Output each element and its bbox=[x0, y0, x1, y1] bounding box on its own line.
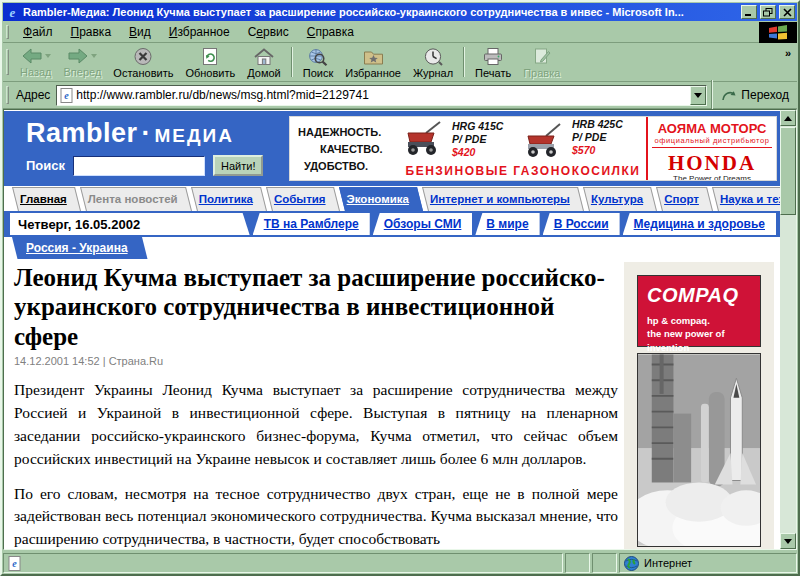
minimize-button[interactable] bbox=[741, 5, 757, 19]
print-button[interactable]: Печать bbox=[469, 44, 517, 81]
status-zone-pane: Интернет bbox=[619, 553, 797, 573]
article-date: 14.12.2001 14:52 bbox=[14, 355, 100, 367]
tab-lenta-novostey[interactable]: Лента новостей bbox=[80, 187, 186, 211]
tab-kultura[interactable]: Культура bbox=[583, 187, 651, 211]
site-search: Поиск Найти! bbox=[26, 155, 263, 176]
ie-logo-icon: e bbox=[5, 6, 20, 19]
rambler-masthead: Rambler·МЕДИА Поиск Найти! НАДЕЖНОСТЬ. К… bbox=[4, 111, 780, 186]
toolbar-grip[interactable] bbox=[6, 49, 9, 76]
honda-banner-ad[interactable]: НАДЕЖНОСТЬ. КАЧЕСТВО. УДОБСТВО. HRG 415C… bbox=[289, 116, 777, 181]
tab-v-rossii[interactable]: В России bbox=[543, 213, 620, 235]
favorites-button[interactable]: Избранное bbox=[339, 44, 407, 81]
history-button[interactable]: Журнал bbox=[407, 44, 459, 81]
lawnmower-icon bbox=[398, 119, 450, 157]
windows-flag-throbber bbox=[759, 22, 797, 43]
close-icon bbox=[783, 8, 792, 17]
globe-icon bbox=[624, 556, 639, 571]
address-label: Адрес bbox=[16, 88, 50, 102]
compaq-ad[interactable]: COMPAQ hp & compaq. the new power of inv… bbox=[624, 262, 774, 549]
back-icon bbox=[21, 47, 43, 65]
security-zone-label: Интернет bbox=[644, 557, 692, 569]
status-pane-main: e bbox=[3, 553, 563, 573]
toolbar-separator bbox=[463, 47, 465, 77]
search-label: Поиск bbox=[26, 158, 65, 173]
scroll-up-button[interactable] bbox=[780, 110, 796, 126]
sub-nav-bar: Четверг, 16.05.2002 ТВ на Рамблере Обзор… bbox=[4, 211, 780, 237]
back-button[interactable]: Назад bbox=[14, 44, 58, 81]
toolbar-separator bbox=[291, 47, 293, 77]
address-dropdown-button[interactable] bbox=[690, 86, 706, 105]
page-ie-icon: e bbox=[8, 556, 22, 571]
back-dropdown-icon[interactable] bbox=[45, 54, 51, 58]
chevron-up-icon bbox=[784, 116, 792, 121]
restore-button[interactable] bbox=[760, 5, 776, 19]
menu-help[interactable]: Справка bbox=[298, 23, 363, 41]
address-bar: Адрес e Переход bbox=[3, 82, 797, 109]
home-button[interactable]: Домой bbox=[241, 44, 287, 81]
home-icon bbox=[253, 47, 275, 66]
edit-button[interactable]: Правка bbox=[517, 44, 566, 81]
tab-rossiya-ukraina[interactable]: Россия - Украина bbox=[12, 237, 142, 259]
scrollbar-thumb[interactable] bbox=[780, 127, 796, 215]
chevron-down-icon bbox=[784, 539, 792, 544]
search-button[interactable]: Поиск bbox=[297, 44, 339, 81]
address-field[interactable]: e bbox=[56, 85, 707, 106]
rambler-logo[interactable]: Rambler·МЕДИА bbox=[26, 118, 234, 149]
menu-edit[interactable]: Правка bbox=[62, 23, 121, 41]
lawnmower-icon bbox=[516, 121, 568, 159]
find-button[interactable]: Найти! bbox=[213, 155, 263, 176]
web-page: Rambler·МЕДИА Поиск Найти! НАДЕЖНОСТЬ. К… bbox=[4, 110, 780, 549]
stop-button[interactable]: Остановить bbox=[107, 44, 179, 81]
addressbar-grip[interactable] bbox=[6, 86, 9, 104]
close-button[interactable] bbox=[779, 5, 795, 19]
forward-icon bbox=[67, 47, 89, 65]
menu-file[interactable]: Файл bbox=[14, 23, 62, 41]
address-input[interactable] bbox=[74, 87, 690, 104]
vertical-scrollbar[interactable] bbox=[780, 110, 796, 549]
history-icon bbox=[423, 47, 443, 66]
tab-internet-i-kompyutery[interactable]: Интернет и компьютеры bbox=[422, 187, 578, 211]
title-bar[interactable]: e Rambler-Медиа: Леонид Кучма выступает … bbox=[3, 3, 797, 21]
tab-obzory-smi[interactable]: Обзоры СМИ bbox=[373, 213, 473, 235]
article: Леонид Кучма выступает за расширение рос… bbox=[14, 263, 618, 549]
compaq-logo-block: COMPAQ hp & compaq. the new power of inv… bbox=[637, 275, 761, 347]
article-paragraph: Президент Украины Леонид Кучма выступает… bbox=[14, 379, 618, 471]
forward-dropdown-icon[interactable] bbox=[91, 54, 97, 58]
tab-glavnaya[interactable]: Главная bbox=[12, 187, 75, 211]
menu-favorites[interactable]: Избранное bbox=[160, 23, 239, 41]
tab-meditsina-i-zdorovye[interactable]: Медицина и здоровье bbox=[623, 213, 776, 235]
refresh-icon bbox=[201, 47, 219, 66]
tab-politika[interactable]: Политика bbox=[191, 187, 261, 211]
tab-tv-na-ramblere[interactable]: ТВ на Рамблере bbox=[253, 213, 370, 235]
browser-window: e Rambler-Медиа: Леонид Кучма выступает … bbox=[0, 0, 800, 576]
scroll-down-button[interactable] bbox=[780, 533, 796, 549]
tab-ekonomika[interactable]: Экономика bbox=[339, 187, 417, 211]
article-title: Леонид Кучма выступает за расширение рос… bbox=[14, 263, 618, 351]
forward-button[interactable]: Вперед bbox=[58, 44, 108, 81]
tab-sport[interactable]: Спорт bbox=[656, 187, 707, 211]
svg-text:e: e bbox=[65, 90, 70, 101]
tab-nauka-i-tekhnika[interactable]: Наука и техника bbox=[712, 187, 780, 211]
menu-view[interactable]: Вид bbox=[120, 23, 160, 41]
banner-honda-block: АОЯМА МОТОРС официальный дистрибьютор HO… bbox=[646, 117, 776, 180]
tab-sobytiya[interactable]: События bbox=[266, 187, 334, 211]
date-label: Четверг, 16.05.2002 bbox=[10, 213, 250, 235]
go-arrow-icon bbox=[721, 88, 737, 102]
refresh-button[interactable]: Обновить bbox=[179, 44, 241, 81]
go-button[interactable]: Переход bbox=[717, 88, 797, 102]
toolbar-overflow-chevron[interactable]: » bbox=[785, 43, 797, 59]
search-input[interactable] bbox=[73, 156, 205, 176]
tab-v-mire[interactable]: В мире bbox=[475, 213, 539, 235]
print-icon bbox=[482, 47, 504, 66]
menu-tools[interactable]: Сервис bbox=[239, 23, 298, 41]
page-ie-icon: e bbox=[60, 88, 74, 103]
window-title: Rambler-Медиа: Леонид Кучма выступает за… bbox=[23, 6, 738, 18]
banner-slogans: НАДЕЖНОСТЬ. КАЧЕСТВО. УДОБСТВО. bbox=[290, 117, 396, 180]
mower2-label: HRB 425C P/ PDE $570 bbox=[572, 118, 623, 157]
status-pane-empty bbox=[592, 553, 617, 573]
status-pane-empty bbox=[565, 553, 590, 573]
minimize-icon bbox=[744, 8, 754, 17]
menubar-grip[interactable] bbox=[6, 25, 9, 39]
status-bar: e Интернет bbox=[3, 551, 797, 573]
article-meta: 14.12.2001 14:52 | Страна.Ru bbox=[14, 355, 618, 367]
